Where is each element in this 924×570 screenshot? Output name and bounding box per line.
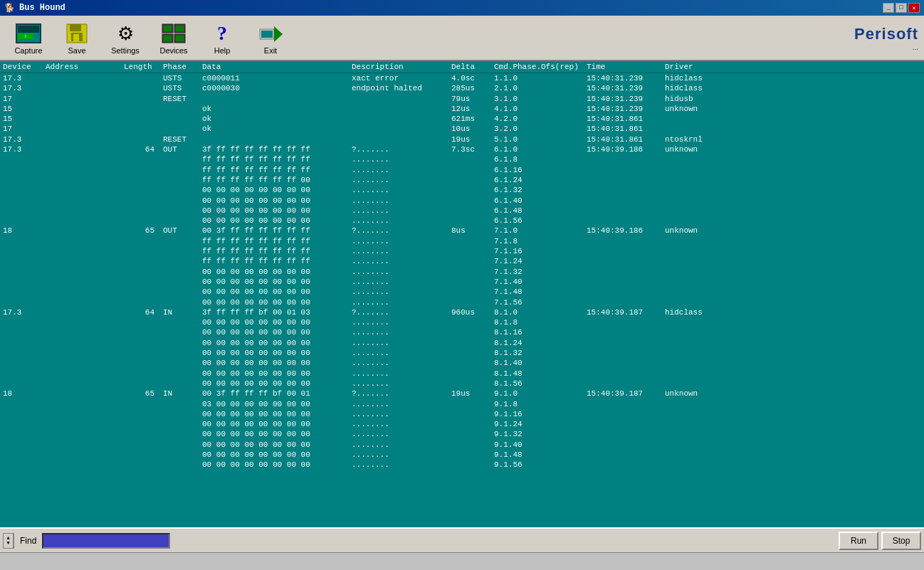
cell-address [43,246,121,256]
devices-button[interactable]: Devices [151,19,196,57]
svg-rect-19 [261,31,273,38]
cell-time: 15:40:39.187 [584,307,662,317]
svg-rect-14 [164,36,172,41]
table-row: 00 00 00 00 00 00 00 00 ........ 9.1.48 [0,450,924,460]
cell-time [584,267,662,277]
cell-length [121,73,160,83]
cell-device: 17 [0,124,43,134]
cell-data: ok [199,124,349,134]
cell-description: ........ [349,246,448,256]
cell-delta [448,246,491,256]
cell-driver [662,450,733,460]
cell-delta [448,317,491,327]
cell-data: 00 00 00 00 00 00 00 00 [199,338,349,348]
table-row: 00 00 00 00 00 00 00 00 ........ 9.1.16 [0,409,924,419]
cell-device [0,297,43,307]
cell-driver [662,267,733,277]
help-button[interactable]: ? Help [199,19,245,57]
cell-cmd: 7.1.40 [491,277,584,287]
cell-address [43,287,121,297]
cell-description: ........ [349,175,448,185]
cell-driver: hidclass [662,307,733,317]
table-row: 00 00 00 00 00 00 00 00 ........ 8.1.32 [0,348,924,358]
cell-time [584,409,662,419]
save-button[interactable]: Save [54,19,100,57]
cell-data: 00 00 00 00 00 00 00 00 [199,369,349,379]
cell-delta [448,206,491,216]
settings-button[interactable]: ⚙ Settings [103,19,148,57]
cell-delta: 621ms [448,114,491,124]
cell-delta [448,236,491,246]
cell-time: 15:40:39.186 [584,144,662,154]
table-row: 17 ok 10us 3.2.0 15:40:31.861 [0,124,924,134]
find-spinner[interactable]: ▲ ▼ [3,533,14,549]
cell-phase [160,216,199,226]
find-input[interactable] [42,533,170,549]
cell-time [584,419,662,429]
cell-length [121,358,160,368]
cell-cmd: 7.1.16 [491,246,584,256]
cell-address [43,419,121,429]
cell-time [584,287,662,297]
exit-button[interactable]: Exit [248,19,293,57]
cell-address [43,348,121,358]
table-row: 03 00 00 00 00 00 00 00 ........ 9.1.8 [0,399,924,409]
cell-time [584,196,662,206]
cell-phase [160,256,199,266]
cell-address [43,267,121,277]
cell-length [121,399,160,409]
cell-device [0,236,43,246]
cell-length [121,277,160,287]
spinner-up[interactable]: ▲ ▼ [4,534,14,548]
cell-driver [662,419,733,429]
cell-delta [448,399,491,409]
cell-time [584,327,662,337]
cell-device: 17 [0,94,43,104]
stop-button[interactable]: Stop [881,532,921,550]
cell-delta [448,165,491,175]
run-button[interactable]: Run [839,532,878,550]
cell-address [43,134,121,144]
minimize-button[interactable]: _ [883,3,894,13]
title-controls[interactable]: _ □ ✕ [883,3,920,13]
settings-label: Settings [111,46,140,55]
col-header-time: Time [584,62,662,72]
cell-cmd: 7.1.8 [491,236,584,246]
cell-time [584,154,662,164]
cell-device: 15 [0,114,43,124]
svg-rect-6 [70,24,81,31]
cell-driver [662,429,733,439]
cell-length [121,236,160,246]
cell-description: ........ [349,327,448,337]
help-icon: ? [209,21,235,46]
cell-description: ........ [349,154,448,164]
cell-data: 00 3f ff ff ff bf 00 01 [199,389,349,399]
capture-button[interactable]: ▶▶ Capture [6,19,51,57]
cell-address [43,358,121,368]
cell-phase [160,267,199,277]
cell-data: 00 00 00 00 00 00 00 00 [199,216,349,226]
devices-label: Devices [159,46,187,55]
cell-phase: USTS [160,83,199,93]
cell-length [121,440,160,450]
cell-description: endpoint halted [349,83,448,93]
cell-time [584,216,662,226]
cell-description: ........ [349,317,448,327]
cell-driver [662,196,733,206]
data-table-container[interactable]: Device Address Length Phase Data Descrip… [0,61,924,527]
cell-data: 00 00 00 00 00 00 00 00 [199,450,349,460]
cell-description: ........ [349,419,448,429]
cell-cmd: 9.1.16 [491,409,584,419]
cell-device: 18 [0,389,43,399]
cell-address [43,144,121,154]
restore-button[interactable]: □ [896,3,907,13]
close-button[interactable]: ✕ [908,3,920,13]
cell-data: 00 00 00 00 00 00 00 00 [199,409,349,419]
cell-data: 00 00 00 00 00 00 00 00 [199,440,349,450]
cell-description: ........ [349,267,448,277]
cell-delta: 285us [448,83,491,93]
col-header-data: Data [199,62,349,72]
cell-time [584,358,662,368]
cell-length [121,104,160,114]
cell-time [584,317,662,327]
